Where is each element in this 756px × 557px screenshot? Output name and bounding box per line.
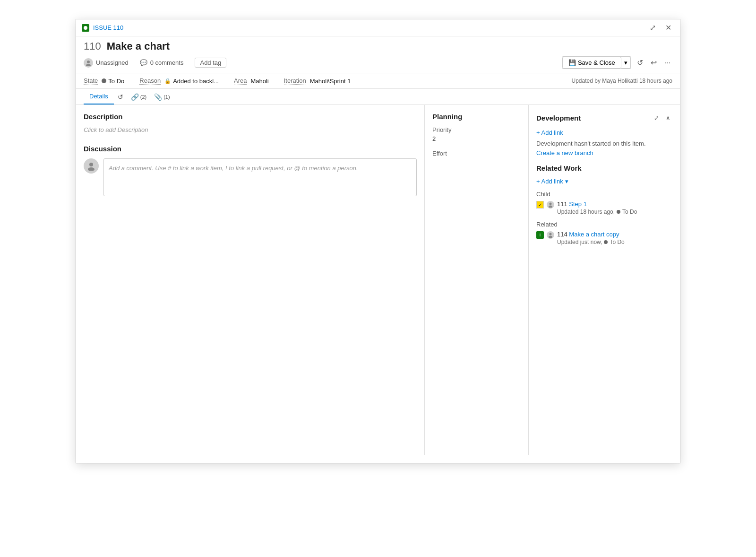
child-item-link[interactable]: Step 1	[569, 200, 587, 208]
issue-type-icon	[82, 24, 89, 32]
state-dot	[102, 78, 106, 83]
tab-details[interactable]: Details	[84, 89, 114, 104]
user-avatar	[84, 158, 99, 174]
comment-input[interactable]: Add a comment. Use # to link a work item…	[103, 158, 417, 196]
related-item-avatar	[547, 231, 554, 239]
state-label: State	[84, 77, 98, 85]
state-value: To Do	[102, 78, 124, 85]
svg-point-2	[86, 64, 91, 66]
iteration-label: Iteration	[284, 77, 306, 85]
related-item-number: 114	[557, 231, 567, 238]
svg-point-5	[550, 203, 552, 205]
avatar	[84, 58, 93, 68]
dev-expand-button[interactable]: ⤢	[652, 113, 661, 123]
area-label: Area	[234, 77, 247, 85]
issue-link[interactable]: ISSUE 110	[93, 24, 123, 31]
add-link-label: + Add link	[536, 178, 563, 185]
assignee-label: Unassigned	[96, 59, 129, 66]
links-count: (2)	[140, 94, 146, 100]
assignee-field[interactable]: Unassigned	[84, 58, 129, 68]
tab-links[interactable]: 🔗 (2)	[127, 91, 150, 103]
title-bar-left: ISSUE 110	[82, 24, 123, 32]
development-header: Development ⤢ ∧	[536, 113, 672, 123]
svg-point-8	[549, 236, 552, 238]
related-item-status: To Do	[610, 239, 624, 245]
link-icon: 🔗	[131, 93, 139, 101]
svg-point-6	[549, 206, 552, 208]
related-work-header: Related Work	[536, 164, 672, 172]
undo-button[interactable]: ↩	[649, 56, 659, 69]
related-label: Related	[536, 221, 672, 228]
child-item-number: 111	[557, 200, 567, 208]
right-panel: Development ⤢ ∧ + Add link Development h…	[529, 105, 680, 455]
dev-icons: ⤢ ∧	[652, 113, 672, 123]
tabs-row: Details ↺ 🔗 (2) 📎 (1)	[76, 89, 680, 105]
save-close-label: Save & Close	[578, 59, 615, 66]
dev-collapse-button[interactable]: ∧	[664, 113, 672, 123]
save-close-button[interactable]: 💾 Save & Close	[562, 57, 621, 69]
comments-field[interactable]: 💬 0 comments	[140, 59, 184, 66]
priority-label: Priority	[432, 126, 521, 133]
related-work-title: Related Work	[536, 164, 582, 172]
iteration-value: Maholi\Sprint 1	[310, 78, 351, 85]
title-bar-actions: ⤢ ✕	[647, 22, 674, 33]
child-label: Child	[536, 191, 672, 198]
svg-point-3	[89, 163, 93, 166]
comment-icon: 💬	[140, 59, 147, 66]
issue-header: 110 Make a chart Unassigned 💬 0 comments…	[76, 36, 680, 73]
state-field[interactable]: State To Do	[84, 77, 124, 85]
attachment-icon: 📎	[154, 93, 162, 101]
priority-value[interactable]: 2	[432, 135, 521, 142]
tab-attachments[interactable]: 📎 (1)	[150, 91, 173, 103]
left-panel: Description Click to add Description Dis…	[76, 105, 425, 455]
reason-field[interactable]: Reason 🔒 Added to backl...	[139, 77, 219, 85]
save-icon: 💾	[568, 59, 576, 66]
svg-point-0	[84, 26, 87, 30]
attachments-count: (1)	[163, 94, 170, 100]
dev-add-link-button[interactable]: + Add link	[536, 129, 563, 136]
area-field[interactable]: Area Maholi	[234, 77, 269, 85]
related-item-meta: Updated just now, To Do	[557, 239, 672, 245]
close-button[interactable]: ✕	[662, 22, 674, 33]
description-placeholder[interactable]: Click to add Description	[84, 126, 417, 133]
updated-info: Updated by Maya Holikatti 18 hours ago	[572, 78, 672, 84]
save-close-dropdown[interactable]: ▾	[621, 57, 631, 69]
planning-panel: Planning Priority 2 Effort	[425, 105, 529, 455]
child-item-details: 111 Step 1 Updated 18 hours ago, To Do	[557, 200, 672, 215]
child-work-item: ✓ 111 Step 1 Updated 18 hours ago, To Do	[536, 200, 672, 215]
add-tag-button[interactable]: Add tag	[195, 58, 226, 68]
effort-label: Effort	[432, 150, 521, 157]
comments-count: 0 comments	[150, 59, 184, 66]
related-item-details: 114 Make a chart copy Updated just now, …	[557, 231, 672, 245]
area-value: Maholi	[250, 78, 268, 85]
tab-history[interactable]: ↺	[114, 91, 127, 103]
description-title: Description	[84, 113, 417, 121]
related-status-dot	[604, 240, 608, 244]
related-work-item: i 114 Make a chart copy Updated just now…	[536, 231, 672, 245]
development-title: Development	[536, 114, 581, 122]
content-area: Description Click to add Description Dis…	[76, 105, 680, 455]
issue-title[interactable]: Make a chart	[107, 40, 170, 52]
dev-info-text: Development hasn't started on this item.	[536, 140, 672, 147]
child-item-status: To Do	[622, 209, 637, 215]
related-item-issue-icon: i	[536, 231, 544, 239]
child-item-meta: Updated 18 hours ago, To Do	[557, 209, 672, 215]
planning-title: Planning	[432, 113, 521, 121]
fields-row: State To Do Reason 🔒 Added to backl... A…	[76, 73, 680, 89]
child-item-avatar	[547, 201, 554, 209]
expand-button[interactable]: ⤢	[647, 22, 659, 33]
discussion-title: Discussion	[84, 145, 417, 153]
related-add-link-button[interactable]: + Add link ▾	[536, 178, 568, 185]
iteration-field[interactable]: Iteration Maholi\Sprint 1	[284, 77, 351, 85]
history-icon: ↺	[118, 93, 123, 101]
refresh-button[interactable]: ↺	[635, 56, 645, 69]
related-item-link[interactable]: Make a chart copy	[569, 231, 619, 238]
lock-icon: 🔒	[164, 78, 171, 84]
create-branch-link[interactable]: Create a new branch	[536, 149, 593, 157]
child-item-check-icon: ✓	[536, 201, 544, 209]
header-toolbar: 💾 Save & Close ▾ ↺ ↩ ···	[562, 56, 672, 69]
more-options-button[interactable]: ···	[662, 57, 672, 69]
issue-number: 110	[84, 40, 101, 52]
dropdown-chevron-icon: ▾	[565, 178, 568, 185]
svg-point-4	[88, 167, 94, 171]
